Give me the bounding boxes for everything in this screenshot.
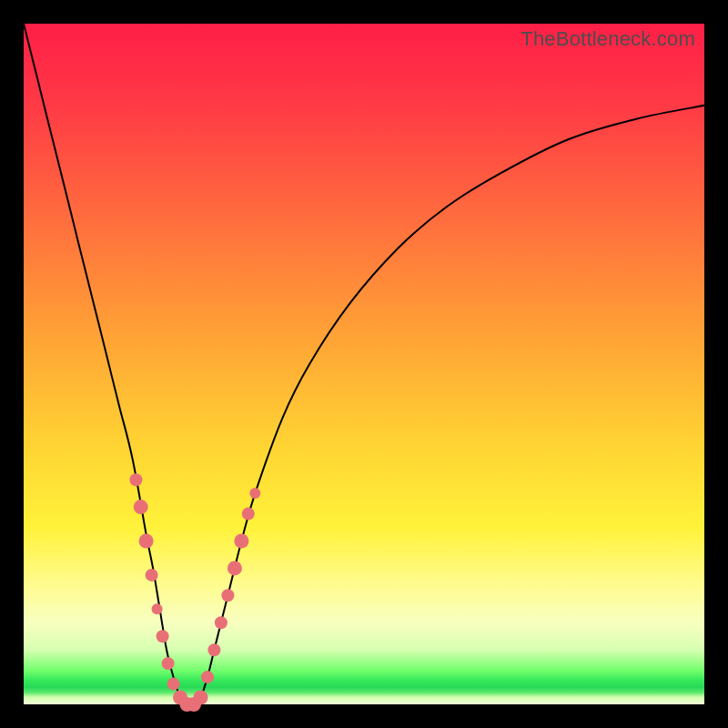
curve-marker (152, 603, 163, 614)
chart-svg (24, 24, 704, 704)
curve-marker (129, 473, 142, 486)
curve-marker (207, 643, 220, 656)
curve-marker (242, 508, 255, 521)
curve-marker (167, 678, 180, 691)
curve-marker (221, 589, 234, 602)
curve-marker (162, 657, 175, 670)
bottleneck-curve (24, 24, 704, 705)
curve-marker (194, 691, 208, 705)
curve-marker (215, 616, 228, 629)
curve-marker (234, 534, 248, 549)
curve-marker (139, 534, 154, 549)
curve-marker (146, 569, 158, 581)
curve-marker (201, 671, 214, 683)
curve-marker (249, 488, 260, 499)
marker-group (129, 473, 260, 712)
curve-marker (157, 630, 169, 642)
outer-frame: TheBottleneck.com (0, 0, 728, 728)
plot-area: TheBottleneck.com (24, 24, 704, 704)
curve-marker (134, 500, 148, 514)
curve-marker (228, 561, 242, 575)
